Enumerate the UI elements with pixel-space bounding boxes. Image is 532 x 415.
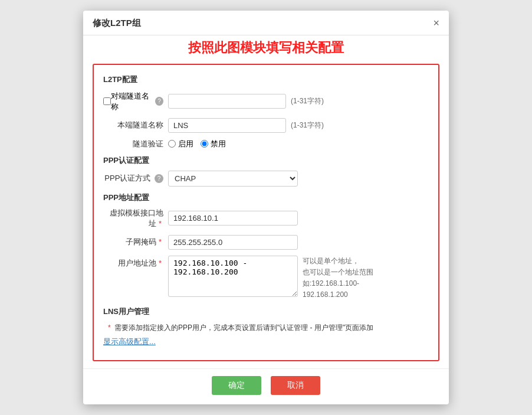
ppp-auth-method-label: PPP认证方式 ? (103, 173, 168, 184)
subnet-mask-row: 子网掩码 * (103, 235, 429, 250)
addr-pool-hint: 可以是单个地址， 也可以是一个地址范围 如:192.168.1.100-192.… (303, 256, 397, 301)
virtual-ip-input[interactable] (168, 211, 298, 226)
addr-pool-required: * (159, 259, 162, 267)
tunnel-auth-row: 隧道验证 启用 禁用 (103, 139, 429, 149)
annotation-text: 按照此图模块填写相关配置 (83, 35, 449, 59)
virtual-ip-required: * (159, 219, 162, 228)
ppp-auth-method-select[interactable]: CHAP PAP MS-CHAP MS-CHAPv2 (168, 171, 298, 187)
remote-tunnel-row: 对端隧道名称 ? (1-31字符) (103, 91, 429, 112)
advanced-config-link[interactable]: 显示高级配置... (103, 336, 156, 347)
ppp-auth-section-title: PPP认证配置 (103, 155, 429, 166)
ppp-auth-help-icon[interactable]: ? (155, 174, 163, 183)
remote-tunnel-label-wrap: 对端隧道名称 ? (103, 91, 168, 112)
tunnel-auth-label: 隧道验证 (103, 139, 168, 149)
addr-pool-row: 用户地址池 * 192.168.10.100 - 192.168.10.200 … (103, 256, 429, 301)
config-box: L2TP配置 对端隧道名称 ? (1-31字符) 本端隧道名称 (1-31字符)… (93, 64, 439, 362)
lns-user-section: LNS用户管理 * 需要添加指定接入的PPP用户，完成本页设置后请到"认证管理 … (103, 306, 429, 347)
radio-enable[interactable] (168, 140, 176, 148)
lns-user-section-title: LNS用户管理 (103, 306, 429, 317)
remote-tunnel-hint: (1-31字符) (291, 96, 324, 106)
radio-disable-label: 禁用 (211, 139, 226, 149)
dialog-title: 修改L2TP组 (93, 18, 141, 29)
remote-tunnel-label: 对端隧道名称 (111, 91, 153, 112)
dialog-body: L2TP配置 对端隧道名称 ? (1-31字符) 本端隧道名称 (1-31字符)… (83, 59, 449, 369)
tunnel-auth-radio-group: 启用 禁用 (168, 139, 226, 149)
local-tunnel-label: 本端隧道名称 (103, 120, 168, 130)
remote-tunnel-input[interactable] (168, 94, 286, 109)
local-tunnel-hint: (1-31字符) (291, 120, 324, 130)
radio-enable-label: 启用 (178, 139, 193, 149)
ppp-auth-method-row: PPP认证方式 ? CHAP PAP MS-CHAP MS-CHAPv2 (103, 171, 429, 187)
virtual-ip-row: 虚拟模板接口地址 * (103, 208, 429, 229)
ppp-addr-section-title: PPP地址配置 (103, 192, 429, 203)
addr-pool-label: 用户地址池 * (103, 256, 168, 269)
l2tp-section-title: L2TP配置 (103, 74, 429, 85)
cancel-button[interactable]: 取消 (271, 376, 320, 395)
subnet-mask-label: 子网掩码 * (103, 237, 168, 247)
local-tunnel-row: 本端隧道名称 (1-31字符) (103, 118, 429, 133)
dialog-modify-l2tp: 修改L2TP组 × 按照此图模块填写相关配置 L2TP配置 对端隧道名称 ? (… (83, 11, 449, 405)
dialog-footer: 确定 取消 (83, 368, 449, 404)
subnet-mask-required: * (159, 237, 162, 246)
local-tunnel-input[interactable] (168, 118, 286, 133)
lns-note: * 需要添加指定接入的PPP用户，完成本页设置后请到"认证管理 - 用户管理"页… (103, 323, 429, 333)
subnet-mask-input[interactable] (168, 235, 298, 250)
virtual-ip-label: 虚拟模板接口地址 * (103, 208, 168, 229)
dialog-header: 修改L2TP组 × (83, 11, 449, 35)
radio-disable[interactable] (201, 140, 208, 148)
radio-enable-wrap[interactable]: 启用 (168, 139, 193, 149)
confirm-button[interactable]: 确定 (212, 376, 261, 395)
radio-disable-wrap[interactable]: 禁用 (201, 139, 226, 149)
remote-tunnel-checkbox[interactable] (103, 97, 111, 105)
lns-note-star: * (108, 323, 111, 332)
close-button[interactable]: × (433, 18, 439, 28)
addr-pool-textarea[interactable]: 192.168.10.100 - 192.168.10.200 (168, 256, 298, 297)
remote-tunnel-help-icon[interactable]: ? (155, 97, 163, 106)
